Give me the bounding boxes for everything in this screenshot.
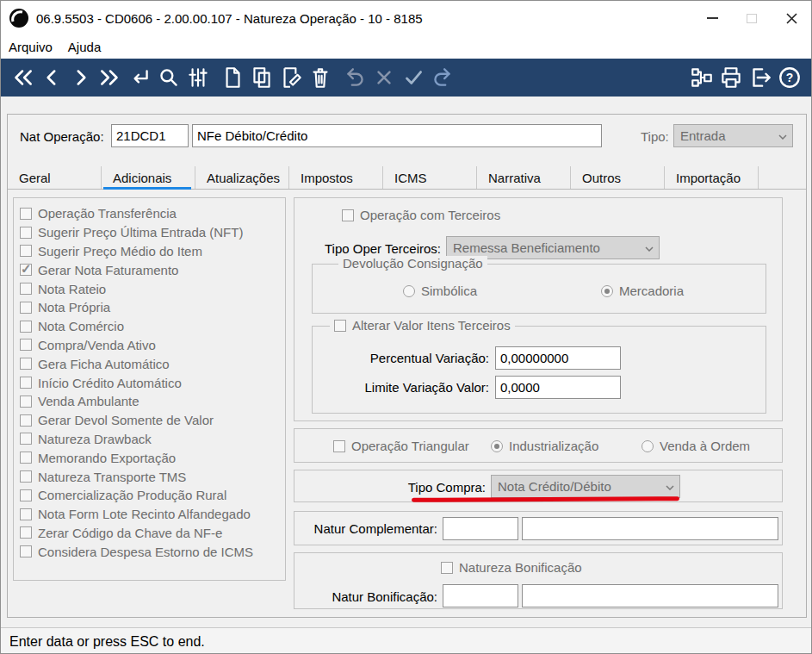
tab-label: Importação <box>676 171 741 185</box>
tab[interactable]: Narrativa <box>477 166 571 189</box>
natureza-bonificacao-checkbox <box>441 562 453 574</box>
tipo-label: Tipo: <box>641 129 669 144</box>
nat-operacao-code-input[interactable] <box>111 124 189 147</box>
checkbox-row: Comercialização Produção Rural <box>20 486 253 505</box>
mercadoria-label: Mercadoria <box>619 283 684 298</box>
nat-operacao-desc-input[interactable] <box>192 124 602 147</box>
print-icon[interactable] <box>716 64 746 91</box>
natur-complementar-desc-input[interactable] <box>522 517 778 540</box>
percentual-variacao-input[interactable] <box>495 346 621 370</box>
tab-label: Outros <box>582 171 621 185</box>
operacao-terceiros-row: Operação com Terceiros <box>342 208 500 222</box>
first-record-icon[interactable] <box>8 64 37 91</box>
natur-bonificacao-desc-input[interactable] <box>522 584 778 607</box>
checkbox-label: Compra/Venda Ativo <box>38 338 156 352</box>
minimize-icon <box>707 17 718 19</box>
copy-document-icon[interactable] <box>247 64 276 91</box>
chevron-down-icon <box>666 485 674 490</box>
next-record-icon[interactable] <box>66 64 96 91</box>
checkbox <box>20 377 32 389</box>
checkbox-label: Venda Ambulante <box>38 394 139 408</box>
checkbox <box>20 283 32 295</box>
cancel-icon <box>369 64 399 91</box>
checkbox-row: Zerar Código da Chave da NF-e <box>20 524 253 543</box>
checkbox <box>20 302 32 314</box>
menu-ajuda[interactable]: Ajuda <box>60 37 108 57</box>
checkbox-label: Comercialização Produção Rural <box>38 488 226 502</box>
operacao-triangular-label: Operação Triangular <box>351 439 469 453</box>
checkbox <box>20 339 32 351</box>
app-icon <box>9 8 29 28</box>
operacao-triangular-checkbox <box>333 440 345 452</box>
tab[interactable]: Atualizações <box>195 166 289 189</box>
checkbox <box>20 264 32 276</box>
last-record-icon[interactable] <box>96 64 125 91</box>
checkbox <box>20 545 32 557</box>
minimize-button[interactable] <box>692 1 732 35</box>
checkbox-row: Natureza Drawback <box>20 430 253 449</box>
alterar-valor-label: Alterar Valor Itens Terceiros <box>352 318 511 333</box>
simbolica-radio <box>403 285 415 297</box>
delete-icon[interactable] <box>306 64 335 91</box>
checkbox-row: Sugerir Preço Médio do Item <box>20 242 253 261</box>
menu-arquivo[interactable]: Arquivo <box>1 37 60 57</box>
checkbox-row: Nota Form Lote Recinto Alfandegado <box>20 505 253 524</box>
venda-ordem-label: Venda à Ordem <box>660 439 750 453</box>
tipo-compra-select: Nota Crédito/Débito <box>491 475 680 498</box>
checkbox-label: Gera Ficha Automático <box>38 357 170 371</box>
devolucao-consignacao-title: Devolução Consignação <box>338 256 487 271</box>
triangular-groupbox: Operação Triangular Industrialização Ven… <box>294 428 783 463</box>
tab[interactable]: Impostos <box>289 166 383 189</box>
checkbox-row: Operação Transferência <box>20 204 253 223</box>
checkbox-label: Gerar Nota Faturamento <box>38 263 178 277</box>
checkbox <box>20 245 32 257</box>
checkbox <box>20 526 32 539</box>
tab[interactable]: ICMS <box>383 166 477 189</box>
tab[interactable]: Outros <box>571 166 665 189</box>
exit-icon[interactable] <box>746 64 775 91</box>
checkbox <box>20 396 32 408</box>
new-document-icon[interactable] <box>218 64 247 91</box>
tab[interactable]: Adicionais <box>102 166 195 189</box>
checkbox-row: Gera Ficha Automático <box>20 354 253 373</box>
edit-document-icon[interactable] <box>276 64 306 91</box>
checkbox-label: Memorando Exportação <box>38 451 176 465</box>
window-title: 06.9.5503 - CD0606 - 2.00.00.107 - Natur… <box>36 11 423 26</box>
help-icon[interactable]: ? <box>775 64 804 91</box>
nat-operacao-label: Nat Operação: <box>20 129 104 144</box>
svg-text:?: ? <box>786 71 794 84</box>
natur-complementar-label: Natur Complementar: <box>300 521 437 536</box>
devolucao-consignacao-groupbox: Devolução Consignação Simbólica Mercador… <box>312 264 766 314</box>
checkbox-label: Operação Transferência <box>38 206 177 221</box>
enter-icon[interactable] <box>125 64 154 91</box>
search-icon[interactable] <box>154 64 183 91</box>
limite-variacao-label: Limite Variação Valor: <box>321 380 489 395</box>
limite-variacao-input[interactable] <box>495 376 621 399</box>
checkbox-row: Gerar Nota Faturamento <box>20 260 253 279</box>
menu-bar: Arquivo Ajuda <box>1 35 811 59</box>
natur-complementar-code-input[interactable] <box>443 517 518 540</box>
checkbox-label: Natureza Transporte TMS <box>38 470 186 484</box>
chevron-down-icon <box>645 246 654 252</box>
operacao-terceiros-checkbox <box>342 209 354 221</box>
checklist: Operação Transferência Sugerir Preço Últ… <box>20 204 253 561</box>
checkbox-row: Considera Despesa Estorno de ICMS <box>20 542 253 561</box>
checkbox-label: Nota Comércio <box>38 319 124 333</box>
industrializacao-label: Industrialização <box>509 439 598 453</box>
filter-icon[interactable] <box>183 64 213 91</box>
previous-record-icon[interactable] <box>37 64 66 91</box>
natur-bonificacao-code-input[interactable] <box>443 584 518 607</box>
tipo-oper-terceiros-label: Tipo Oper Terceiros: <box>316 241 441 256</box>
checkbox-label: Nota Form Lote Recinto Alfandegado <box>38 507 251 521</box>
tab-label: Impostos <box>301 171 353 185</box>
title-bar: 06.9.5503 - CD0606 - 2.00.00.107 - Natur… <box>1 1 811 35</box>
checkbox <box>20 414 32 427</box>
checkbox <box>20 433 32 445</box>
related-queries-icon[interactable] <box>687 64 716 91</box>
tab[interactable]: Geral <box>8 166 102 189</box>
checkbox <box>20 452 32 464</box>
simbolica-radio-row: Simbólica <box>403 283 477 298</box>
close-button[interactable] <box>772 1 811 35</box>
tab[interactable]: Importação <box>665 166 759 189</box>
simbolica-label: Simbólica <box>421 283 477 298</box>
